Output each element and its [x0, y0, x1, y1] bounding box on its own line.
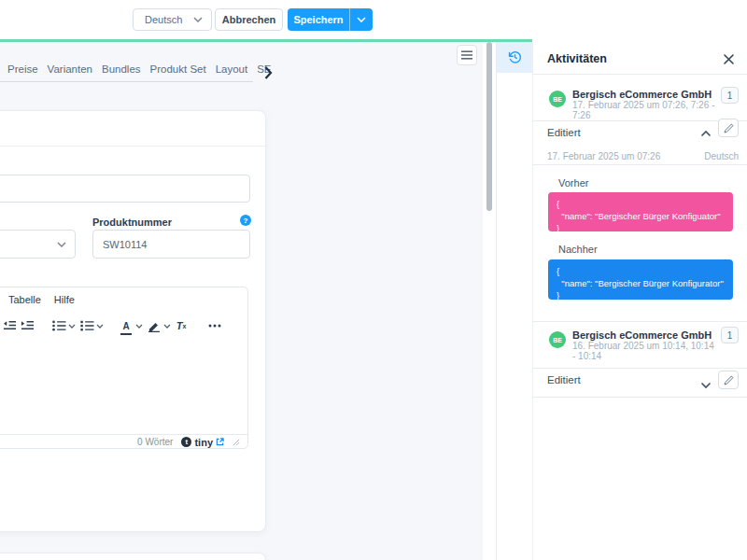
divider	[533, 321, 747, 322]
divider	[533, 120, 747, 121]
collapse-toggle[interactable]	[700, 124, 712, 141]
editor-status-bar: 0 Wörter t tiny	[0, 434, 247, 449]
activity-date: 16. Februar 2025 um 10:14, 10:14 - 10:14	[572, 341, 714, 361]
editor-content-area[interactable]	[0, 338, 247, 434]
clear-format-t-glyph: T	[176, 320, 183, 331]
before-code-block: { "name": "Bergischer Bürger Konfiguator…	[548, 192, 733, 231]
manufacturer-select[interactable]	[0, 230, 76, 259]
indent-icon	[21, 320, 35, 331]
bullet-list-button[interactable]	[52, 318, 66, 333]
tiny-logo-icon: t	[181, 437, 191, 447]
rich-text-editor: Tabelle Hilfe	[0, 287, 248, 449]
vertical-scrollbar[interactable]	[486, 42, 492, 211]
outdent-button[interactable]	[3, 318, 17, 333]
top-bar: Deutsch Abbrechen Speichern	[0, 0, 747, 39]
clear-formatting-button[interactable]: Tx	[175, 318, 188, 333]
card-header-divider	[0, 146, 265, 147]
activities-content: Aktivitäten BE Bergisch eCommerce GmbH 1…	[533, 42, 747, 560]
cancel-button[interactable]: Abbrechen	[215, 8, 283, 31]
product-form-card: Produktnummer ? SW10114 Tabelle Hilfe	[0, 110, 266, 532]
numbered-list-icon	[80, 320, 94, 331]
help-glyph: ?	[244, 217, 248, 225]
tab-bundles[interactable]: Bundles	[102, 63, 141, 75]
chevron-down-icon	[193, 17, 203, 22]
activity-action-label: Editiert	[547, 374, 581, 385]
tab-layout[interactable]: Layout	[216, 63, 248, 75]
avatar-initials: BE	[553, 96, 562, 103]
panel-header: Aktivitäten	[533, 42, 747, 75]
resize-handle-icon[interactable]	[233, 439, 240, 446]
divider	[533, 397, 747, 398]
activities-rail-tab[interactable]	[497, 42, 532, 73]
tab-produkt-set[interactable]: Produkt Set	[150, 63, 206, 75]
pencil-icon	[724, 375, 734, 385]
help-icon[interactable]: ?	[240, 215, 251, 226]
word-count: 0 Wörter	[137, 437, 173, 447]
avatar: BE	[549, 331, 566, 348]
after-label: Nachher	[558, 244, 598, 255]
activities-panel: Aktivitäten BE Bergisch eCommerce GmbH 1…	[496, 42, 747, 560]
tab-bar: Preise Varianten Bundles Produkt Set Lay…	[7, 63, 272, 75]
tab-preise[interactable]: Preise	[7, 63, 38, 75]
numbered-list-button[interactable]	[80, 318, 94, 333]
font-color-button[interactable]: A	[120, 318, 132, 335]
chevron-down-icon	[163, 324, 171, 329]
pencil-icon	[724, 123, 734, 133]
app-window: Deutsch Abbrechen Speichern Preise Varia…	[0, 0, 747, 560]
product-number-input[interactable]: SW10114	[92, 230, 250, 259]
save-button-label[interactable]: Speichern	[288, 8, 349, 31]
ellipsis-icon	[208, 324, 221, 328]
activity-user-name: Bergisch eCommerce GmbH	[572, 89, 712, 100]
product-name-input[interactable]	[0, 175, 250, 203]
outdent-icon	[3, 320, 17, 331]
activity-action-label: Editiert	[547, 127, 581, 138]
activity-language: Deutsch	[704, 151, 739, 161]
chevron-down-icon	[57, 242, 66, 247]
menu-tabelle[interactable]: Tabelle	[8, 294, 41, 305]
highlight-color-button[interactable]	[148, 318, 161, 333]
save-button[interactable]: Speichern	[288, 8, 373, 31]
chevron-down-icon	[357, 17, 366, 22]
edit-activity-button[interactable]	[718, 371, 739, 389]
language-select[interactable]: Deutsch	[133, 8, 212, 31]
menu-hilfe[interactable]: Hilfe	[54, 294, 75, 305]
avatar: BE	[549, 91, 566, 107]
tab-underline	[0, 81, 253, 82]
external-link-icon	[216, 438, 224, 446]
highlight-color-caret[interactable]	[162, 318, 171, 333]
tiny-logo-letter: t	[186, 438, 189, 446]
save-split-caret[interactable]	[349, 8, 373, 31]
tiny-brand-link[interactable]: t tiny	[181, 437, 224, 448]
panel-rail	[497, 42, 533, 560]
expand-toggle[interactable]	[700, 376, 712, 393]
more-tools-button[interactable]	[207, 318, 221, 333]
tabs-scroll-next-icon[interactable]	[264, 66, 275, 79]
tab-varianten[interactable]: Varianten	[48, 63, 92, 75]
indent-button[interactable]	[21, 318, 35, 333]
hamburger-icon	[461, 50, 472, 60]
bullet-list-caret[interactable]	[67, 318, 76, 333]
activity-count-badge: 1	[721, 327, 739, 343]
language-select-value: Deutsch	[145, 14, 182, 25]
font-color-caret[interactable]	[134, 318, 143, 333]
activity-user-name: Bergisch eCommerce GmbH	[572, 329, 712, 341]
activity-date: 17. Februar 2025 um 07:26, 7:26 - 7:26	[572, 100, 717, 120]
chevron-down-icon	[68, 324, 76, 329]
highlighter-icon	[148, 319, 161, 332]
card-context-menu-button[interactable]	[457, 45, 477, 65]
activity-action-date: 17. Februar 2025 um 07:26	[547, 151, 660, 161]
numbered-list-caret[interactable]	[95, 318, 104, 333]
next-section-card	[0, 553, 266, 560]
chevron-down-icon	[700, 382, 712, 389]
divider	[533, 368, 747, 369]
font-color-glyph: A	[122, 321, 129, 331]
activity-count-badge: 1	[721, 87, 739, 104]
panel-title: Aktivitäten	[547, 52, 607, 65]
edit-activity-button[interactable]	[718, 119, 739, 137]
before-label: Vorher	[558, 177, 588, 189]
close-icon[interactable]	[721, 51, 736, 66]
history-icon	[508, 50, 522, 64]
product-number-value: SW10114	[103, 239, 148, 250]
editor-menubar: Tabelle Hilfe	[0, 287, 247, 312]
tiny-brand-label: tiny	[194, 437, 213, 448]
